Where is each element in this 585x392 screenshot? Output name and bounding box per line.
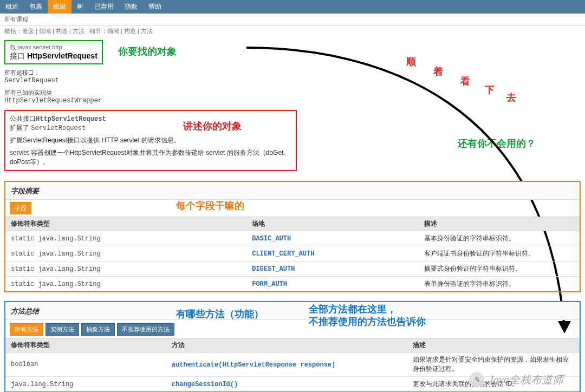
- method-summary-title: 方法总结: [5, 302, 580, 320]
- col-method: 方法: [166, 338, 407, 352]
- class-header: 包 javax.servlet.http 接口 HttpServletReque…: [4, 40, 103, 64]
- nav-index[interactable]: 指数: [119, 0, 143, 14]
- annot-fields: 每个字段干嘛的: [176, 199, 244, 212]
- tab-fields[interactable]: 字段: [10, 202, 31, 214]
- super-interfaces-label: 所有超接口：: [4, 69, 581, 77]
- col-modifier: 修饰符和类型: [5, 217, 246, 231]
- field-summary-title: 字段摘要: [5, 182, 580, 200]
- tab-deprecated-methods[interactable]: 不推荐使用的方法: [117, 323, 174, 336]
- table-row: static java.lang.StringBASIC_AUTH基本身份验证的…: [5, 231, 580, 246]
- page-title: 接口 HttpServletRequest: [10, 51, 98, 61]
- table-row: static java.lang.StringFORM_AUTH表单身份验证的字…: [5, 277, 580, 292]
- annot-flow-3: 看: [460, 75, 470, 88]
- method-summary: 有哪些方法（功能） 全部方法都在这里，不推荐使用的方法也告诉你 方法总结 所有方…: [4, 301, 581, 392]
- subnav-all-classes[interactable]: 所有课程: [0, 14, 585, 25]
- impl-classes-value[interactable]: HttpServletRequestWrapper: [4, 97, 581, 104]
- top-nav: 概述 包裹 班级 树 已弃用 指数 帮助: [0, 0, 585, 14]
- annot-methods: 有哪些方法（功能）: [176, 308, 264, 321]
- watermark: ✎ Java全栈布道师: [469, 372, 563, 387]
- nav-package[interactable]: 包裹: [24, 0, 48, 14]
- field-link[interactable]: CLIENT_CERT_AUTH: [252, 250, 314, 258]
- subnav-detail: 概括：嵌套 | 领域 | 构造 | 方法 细节：领域 | 构造 | 方法: [0, 25, 585, 37]
- annot-flow-4: 下: [485, 83, 495, 96]
- annot-describe: 讲述你的对象: [183, 120, 242, 133]
- field-link[interactable]: DIGEST_AUTH: [252, 265, 295, 273]
- field-summary: 每个字段干嘛的 字段摘要 字段 修饰符和类型 场地 描述 static java…: [4, 181, 581, 292]
- annot-flow-5: 去: [506, 91, 516, 104]
- annot-flow-1: 顺: [406, 55, 416, 68]
- package-label: 包 javax.servlet.http: [10, 43, 98, 51]
- nav-class[interactable]: 班级: [48, 0, 72, 14]
- col-desc: 描述: [419, 217, 580, 231]
- method-link[interactable]: authenticate(HttpServletResponse respons…: [172, 361, 335, 369]
- fields-table: 修饰符和类型 场地 描述 static java.lang.StringBASI…: [5, 217, 580, 291]
- nav-deprecated[interactable]: 已弃用: [89, 0, 119, 14]
- wechat-icon: ✎: [469, 372, 484, 387]
- col-modifier: 修饰符和类型: [5, 338, 166, 352]
- field-link[interactable]: BASIC_AUTH: [252, 235, 291, 243]
- col-field: 场地: [246, 217, 419, 231]
- nav-tree[interactable]: 树: [72, 0, 89, 14]
- annot-all-methods: 全部方法都在这里，不推荐使用的方法也告诉你: [309, 303, 426, 329]
- col-desc: 描述: [407, 338, 580, 352]
- class-description: 公共接口HttpServletRequest 扩展了 ServletReques…: [4, 110, 297, 171]
- field-link[interactable]: FORM_AUTH: [252, 280, 287, 288]
- method-link[interactable]: changeSessionId(): [172, 381, 238, 388]
- table-row: static java.lang.StringDIGEST_AUTH摘要式身份验…: [5, 262, 580, 277]
- nav-help[interactable]: 帮助: [143, 0, 167, 14]
- nav-overview[interactable]: 概述: [0, 0, 24, 14]
- tab-all-methods[interactable]: 所有方法: [10, 323, 43, 336]
- annot-target: 你要找的对象: [118, 45, 177, 58]
- tab-instance-methods[interactable]: 实例方法: [46, 323, 79, 336]
- table-row: static java.lang.StringCLIENT_CERT_AUTH客…: [5, 246, 580, 262]
- annot-flow-2: 着: [433, 65, 443, 78]
- tab-abstract-methods[interactable]: 抽象方法: [81, 323, 115, 336]
